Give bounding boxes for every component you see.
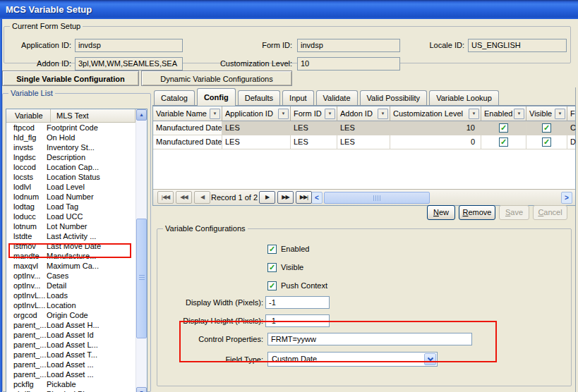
tab-defaults[interactable]: Defaults: [238, 90, 280, 105]
variable-list-row[interactable]: parent_...Load Asset Id: [6, 330, 136, 340]
chevron-down-icon[interactable]: [424, 353, 436, 365]
hscroll-left-icon[interactable]: <: [311, 192, 323, 204]
variable-list-row[interactable]: maxqvlMaximum Ca...: [6, 261, 136, 271]
display-height-field[interactable]: -1: [265, 314, 330, 327]
tab-single-variable-configuration[interactable]: Single Variable Configuration: [2, 71, 139, 86]
checkbox-push-context[interactable]: ✓Push Context: [267, 281, 327, 290]
variable-list-row[interactable]: optInvL...Location: [6, 300, 136, 310]
prev-page-button[interactable]: ◀◀: [176, 191, 192, 204]
variable-list-row[interactable]: invstsInventory St...: [6, 142, 136, 152]
cancel-button[interactable]: Cancel: [533, 205, 567, 220]
tab-variable-lookup[interactable]: Variable Lookup: [429, 90, 499, 105]
hscroll-thumb[interactable]: [324, 192, 430, 204]
column-menu-icon[interactable]: ▼: [469, 109, 479, 119]
variable-list-row[interactable]: phdflgPhysical Piece: [6, 389, 136, 392]
variable-list-row[interactable]: ftpcodFootprint Code: [6, 123, 136, 133]
checkbox-enabled[interactable]: ✓Enabled: [267, 244, 309, 254]
grid-column-header-addon-id[interactable]: Addon ID▼: [337, 106, 390, 121]
scrollbar-thumb[interactable]: [136, 219, 147, 338]
tab-validate[interactable]: Validate: [316, 90, 358, 105]
variable-list-row[interactable]: lodnumLoad Number: [6, 192, 136, 202]
variable-list-row[interactable]: optInv...Cases: [6, 271, 136, 281]
variable-list-row[interactable]: pckflgPickable: [6, 379, 136, 389]
mls-text-column-header[interactable]: MLS Text: [51, 109, 136, 122]
tab-catalog[interactable]: Catalog: [154, 90, 195, 105]
remove-button[interactable]: Remove: [459, 205, 495, 220]
variable-list-row[interactable]: hld_flgOn Hold: [6, 133, 136, 142]
grid-column-header-variable-name[interactable]: Variable Name▼: [153, 106, 222, 121]
variable-list-row[interactable]: optInv...Detail: [6, 281, 136, 290]
grid-row[interactable]: Manufactured DateLESLESLES0✓✓D: [153, 135, 575, 149]
checkbox-checked[interactable]: ✓: [499, 137, 508, 147]
column-menu-icon[interactable]: ▼: [555, 109, 565, 119]
variable-list-row[interactable]: loccodLocation Cap...: [6, 162, 136, 172]
variable-list-row[interactable]: lotnumLot Number: [6, 221, 136, 231]
checkbox-checked[interactable]: ✓: [267, 245, 277, 254]
next-page-button[interactable]: ▶▶: [277, 191, 294, 204]
tab-dynamic-variable-configurations[interactable]: Dynamic Variable Configurations: [141, 71, 292, 86]
variable-list-row[interactable]: lstdteLast Activity ...: [6, 231, 136, 241]
checkbox-checked[interactable]: ✓: [267, 263, 277, 272]
mls-text: Load Tag: [47, 202, 136, 212]
tab-config[interactable]: Config: [197, 88, 236, 106]
variable-list-row[interactable]: locstsLocation Status: [6, 172, 136, 182]
field-type-dropdown[interactable]: Custom Date: [267, 352, 438, 367]
variable-list-scrollbar[interactable]: ▲ ▼: [136, 109, 147, 392]
prev-record-button[interactable]: ◀: [194, 191, 210, 204]
checkbox-checked[interactable]: ✓: [542, 137, 551, 147]
locale-id-field[interactable]: US_ENGLISH: [468, 39, 567, 52]
variable-list-row[interactable]: parent_...Load Asset L...: [6, 340, 136, 350]
checkbox-checked[interactable]: ✓: [267, 281, 277, 290]
column-menu-icon[interactable]: ▼: [210, 109, 220, 119]
application-id-field[interactable]: invdsp: [75, 39, 183, 52]
save-button[interactable]: Save: [499, 205, 529, 220]
customization-level-field[interactable]: 10: [297, 57, 400, 71]
grid-row[interactable]: Manufactured DateLESLESLES10✓✓C: [153, 121, 575, 135]
tab-input[interactable]: Input: [282, 90, 313, 105]
grid-column-header-application-id[interactable]: Application ID▼: [222, 106, 291, 121]
checkbox-checked[interactable]: ✓: [499, 123, 508, 133]
application-id-label: Application ID:: [6, 41, 71, 49]
variable-list-row[interactable]: parent_...Load Asset ...: [6, 369, 136, 379]
first-record-button[interactable]: |◀◀: [157, 191, 174, 204]
scroll-up-icon[interactable]: ▲: [136, 109, 147, 121]
column-menu-icon[interactable]: ▼: [378, 109, 388, 119]
variable-column-header[interactable]: Variable: [6, 109, 51, 122]
scroll-down-icon[interactable]: ▼: [136, 387, 147, 392]
checkbox-checked[interactable]: ✓: [542, 123, 551, 133]
grid-column-header-enabled[interactable]: Enabled▼: [481, 106, 526, 121]
next-record-button[interactable]: ▶: [259, 191, 275, 204]
column-menu-icon[interactable]: ▼: [514, 109, 524, 119]
checkbox-visible[interactable]: ✓Visible: [267, 262, 303, 272]
grid-column-header-f[interactable]: F: [567, 106, 575, 121]
variable-name: parent_...: [6, 340, 47, 350]
form-id-field[interactable]: invdsp: [297, 39, 400, 52]
grid-column-header-customization-level[interactable]: Customization Level▼: [390, 106, 481, 121]
variable-list-row[interactable]: lodlvlLoad Level: [6, 182, 136, 192]
new-button[interactable]: New: [427, 205, 455, 220]
display-width-field[interactable]: -1: [265, 296, 330, 309]
tab-valid-possibility[interactable]: Valid Possibility: [360, 90, 428, 105]
hscroll-right-icon[interactable]: >: [561, 192, 572, 204]
variable-list-row[interactable]: mandteManufacture...: [6, 251, 136, 261]
column-menu-icon[interactable]: ▼: [325, 109, 335, 119]
variable-list-row[interactable]: loduccLoad UCC: [6, 212, 136, 221]
variable-name: invsts: [6, 142, 47, 152]
addon-id-field[interactable]: 3pl,WM,WM,SEAMLES,SEA: [75, 57, 183, 71]
variable-list-header[interactable]: Variable MLS Text: [6, 109, 136, 123]
variable-list-row[interactable]: orgcodOrigin Code: [6, 310, 136, 320]
display-height-label: Display Height (Pixels):: [157, 317, 263, 325]
column-menu-icon[interactable]: ▼: [278, 109, 289, 119]
variable-list-row[interactable]: parent_...Load Asset T...: [6, 350, 136, 360]
variable-list-row[interactable]: lngdscDescription: [6, 152, 136, 162]
variable-list-row[interactable]: parent_...Load Asset ...: [6, 360, 136, 369]
variable-list-row[interactable]: optInvL...Loads: [6, 290, 136, 300]
grid-column-header-visible[interactable]: Visible▼: [526, 106, 567, 121]
variable-list-row[interactable]: parent_...Load Asset H...: [6, 320, 136, 330]
grid-column-header-form-id[interactable]: Form ID▼: [291, 106, 337, 121]
variable-list-row[interactable]: lstmovLast Move Date: [6, 241, 136, 251]
last-record-button[interactable]: ▶▶|: [296, 191, 312, 204]
variable-list-row[interactable]: lodtagLoad Tag: [6, 202, 136, 212]
control-properties-field[interactable]: FRMT=yyww: [267, 333, 472, 345]
grid-cell: LES: [337, 135, 390, 149]
